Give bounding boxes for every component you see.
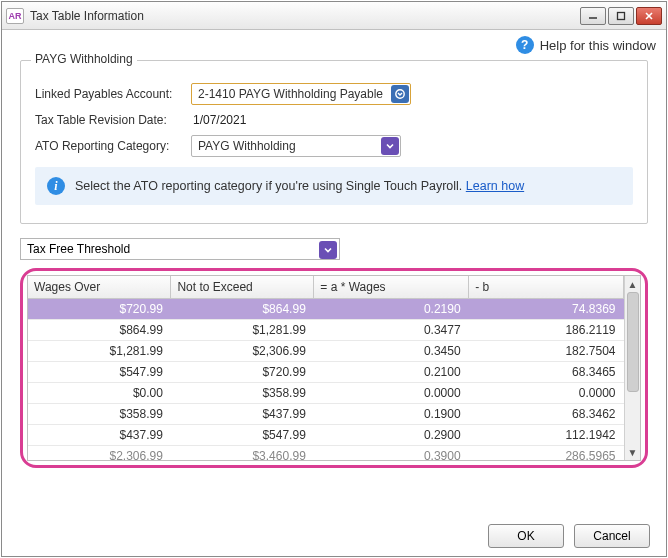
linked-account-row: Linked Payables Account: (35, 83, 633, 105)
tax-table-scroll: Wages Over Not to Exceed = a * Wages - b… (28, 276, 624, 460)
table-cell[interactable]: 0.3477 (314, 320, 469, 341)
group-title: PAYG Withholding (31, 52, 137, 66)
content-area: PAYG Withholding Linked Payables Account… (2, 56, 666, 478)
vertical-scrollbar[interactable]: ▲ ▼ (624, 276, 640, 460)
minimize-button[interactable] (580, 7, 606, 25)
table-cell[interactable]: $864.99 (28, 320, 171, 341)
linked-account-input[interactable] (191, 83, 411, 105)
window-buttons (580, 7, 662, 25)
scroll-down-icon[interactable]: ▼ (625, 444, 640, 460)
table-cell[interactable]: $358.99 (171, 383, 314, 404)
table-cell[interactable]: $547.99 (171, 425, 314, 446)
table-cell[interactable]: $547.99 (28, 362, 171, 383)
table-cell[interactable]: $1,281.99 (171, 320, 314, 341)
table-cell[interactable]: 0.3900 (314, 446, 469, 461)
table-cell[interactable]: 182.7504 (469, 341, 624, 362)
scroll-thumb[interactable] (627, 292, 639, 392)
table-row[interactable]: $2,306.99$3,460.990.3900286.5965 (28, 446, 624, 461)
table-cell[interactable]: 74.8369 (469, 299, 624, 320)
window-title: Tax Table Information (30, 9, 580, 23)
app-badge-icon: AR (6, 8, 24, 24)
threshold-value: Tax Free Threshold (27, 242, 130, 256)
table-row[interactable]: $720.99$864.990.219074.8369 (28, 299, 624, 320)
revision-date-label: Tax Table Revision Date: (35, 113, 185, 127)
learn-how-link[interactable]: Learn how (466, 179, 524, 193)
info-icon: i (47, 177, 65, 195)
help-icon[interactable]: ? (516, 36, 534, 54)
table-row[interactable]: $864.99$1,281.990.3477186.2119 (28, 320, 624, 341)
table-cell[interactable]: 0.0000 (469, 383, 624, 404)
table-row[interactable]: $437.99$547.990.2900112.1942 (28, 425, 624, 446)
help-link[interactable]: Help for this window (540, 38, 656, 53)
table-cell[interactable]: 186.2119 (469, 320, 624, 341)
col-a-wages[interactable]: = a * Wages (314, 276, 469, 299)
table-row[interactable]: $0.00$358.990.00000.0000 (28, 383, 624, 404)
payg-groupbox: PAYG Withholding Linked Payables Account… (20, 60, 648, 224)
footer-buttons: OK Cancel (488, 524, 650, 548)
info-text: Select the ATO reporting category if you… (75, 179, 524, 193)
table-row[interactable]: $1,281.99$2,306.990.3450182.7504 (28, 341, 624, 362)
cancel-button[interactable]: Cancel (574, 524, 650, 548)
table-cell[interactable]: 68.3465 (469, 362, 624, 383)
table-cell[interactable]: $720.99 (28, 299, 171, 320)
tax-table-container: Wages Over Not to Exceed = a * Wages - b… (27, 275, 641, 461)
table-cell[interactable]: $437.99 (28, 425, 171, 446)
close-button[interactable] (636, 7, 662, 25)
table-cell[interactable]: $358.99 (28, 404, 171, 425)
table-cell[interactable]: $720.99 (171, 362, 314, 383)
ato-category-chevron-icon[interactable] (381, 137, 399, 155)
threshold-select-wrap: Tax Free Threshold (20, 238, 340, 268)
table-highlight-outline: Wages Over Not to Exceed = a * Wages - b… (20, 268, 648, 468)
table-header-row: Wages Over Not to Exceed = a * Wages - b (28, 276, 624, 299)
table-cell[interactable]: $864.99 (171, 299, 314, 320)
info-message: Select the ATO reporting category if you… (75, 179, 466, 193)
table-cell[interactable]: $0.00 (28, 383, 171, 404)
table-cell[interactable]: 0.2900 (314, 425, 469, 446)
linked-account-label: Linked Payables Account: (35, 87, 185, 101)
svg-point-4 (396, 90, 404, 98)
table-cell[interactable]: $1,281.99 (28, 341, 171, 362)
window-frame: AR Tax Table Information ? Help for this… (1, 1, 667, 557)
table-cell[interactable]: 112.1942 (469, 425, 624, 446)
ato-category-label: ATO Reporting Category: (35, 139, 185, 153)
tax-table: Wages Over Not to Exceed = a * Wages - b… (28, 276, 624, 460)
table-cell[interactable]: 0.1900 (314, 404, 469, 425)
table-row[interactable]: $358.99$437.990.190068.3462 (28, 404, 624, 425)
linked-account-dropdown-icon[interactable] (391, 85, 409, 103)
table-cell[interactable]: 0.2100 (314, 362, 469, 383)
ato-category-select[interactable]: PAYG Withholding (191, 135, 401, 157)
table-row[interactable]: $547.99$720.990.210068.3465 (28, 362, 624, 383)
ato-category-row: ATO Reporting Category: PAYG Withholding (35, 135, 633, 157)
threshold-chevron-icon[interactable] (319, 241, 337, 259)
table-cell[interactable]: 0.0000 (314, 383, 469, 404)
scroll-up-icon[interactable]: ▲ (625, 276, 640, 292)
revision-date-row: Tax Table Revision Date: 1/07/2021 (35, 113, 633, 127)
revision-date-value: 1/07/2021 (191, 113, 246, 127)
titlebar: AR Tax Table Information (2, 2, 666, 30)
table-cell[interactable]: 286.5965 (469, 446, 624, 461)
col-b[interactable]: - b (469, 276, 624, 299)
ato-category-select-wrap: PAYG Withholding (191, 135, 401, 157)
table-cell[interactable]: $2,306.99 (28, 446, 171, 461)
svg-rect-1 (618, 12, 625, 19)
table-cell[interactable]: 68.3462 (469, 404, 624, 425)
table-cell[interactable]: 0.2190 (314, 299, 469, 320)
info-banner: i Select the ATO reporting category if y… (35, 167, 633, 205)
table-cell[interactable]: 0.3450 (314, 341, 469, 362)
col-not-exceed[interactable]: Not to Exceed (171, 276, 314, 299)
col-wages-over[interactable]: Wages Over (28, 276, 171, 299)
linked-account-input-wrap (191, 83, 411, 105)
table-cell[interactable]: $3,460.99 (171, 446, 314, 461)
table-cell[interactable]: $437.99 (171, 404, 314, 425)
maximize-button[interactable] (608, 7, 634, 25)
table-cell[interactable]: $2,306.99 (171, 341, 314, 362)
ok-button[interactable]: OK (488, 524, 564, 548)
threshold-select[interactable]: Tax Free Threshold (20, 238, 340, 260)
